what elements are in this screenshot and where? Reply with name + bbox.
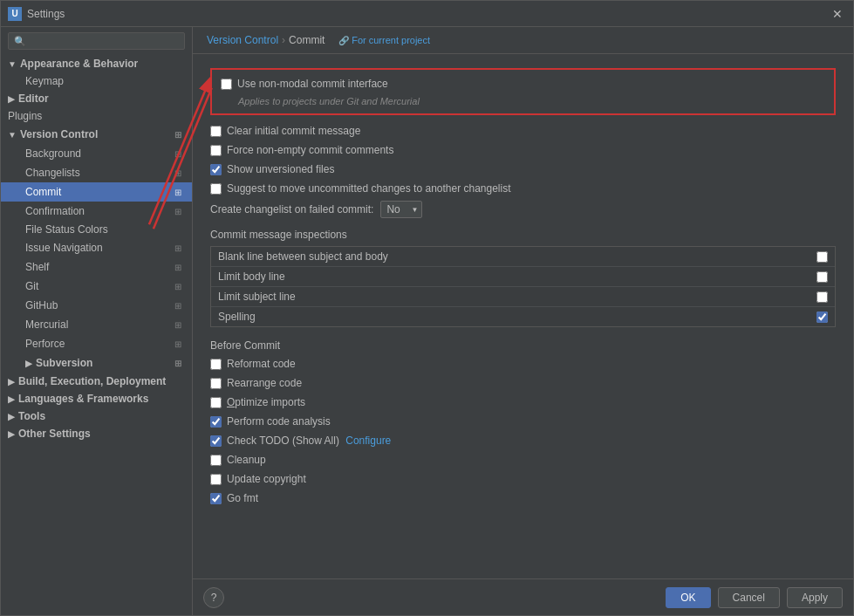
suggest-move-checkbox[interactable] xyxy=(210,183,222,195)
settings-page-icon: ⊞ xyxy=(171,279,185,293)
create-changelist-select-wrapper: No Yes xyxy=(380,201,422,218)
sidebar-label: Mercurial xyxy=(25,318,68,331)
cleanup-checkbox[interactable] xyxy=(210,455,222,466)
force-nonempty-label[interactable]: Force non-empty commit comments xyxy=(227,144,393,156)
project-link[interactable]: For current project xyxy=(338,35,430,45)
rearrange-code-checkbox[interactable] xyxy=(210,378,222,389)
reformat-code-label[interactable]: Reformat code xyxy=(227,358,296,370)
sidebar-item-commit[interactable]: Commit ⊞ xyxy=(1,182,192,202)
sidebar-item-plugins[interactable]: Plugins xyxy=(1,107,192,125)
clear-initial-checkbox[interactable] xyxy=(210,126,222,137)
apply-button[interactable]: Apply xyxy=(787,587,843,608)
perform-analysis-checkbox[interactable] xyxy=(210,416,222,428)
app-icon: U xyxy=(8,7,22,21)
suggest-move-label[interactable]: Suggest to move uncommitted changes to a… xyxy=(227,182,511,195)
sidebar-item-changelists[interactable]: Changelists ⊞ xyxy=(1,163,192,182)
sidebar-label: Perforce xyxy=(25,338,65,350)
inspections-table: Blank line between subject and body Limi… xyxy=(210,246,836,327)
reformat-code-checkbox[interactable] xyxy=(210,359,222,370)
suggest-move-row: Suggest to move uncommitted changes to a… xyxy=(210,181,836,195)
inspection-checkbox[interactable] xyxy=(816,271,828,283)
inspection-checkbox[interactable] xyxy=(816,251,828,263)
inspection-checkbox[interactable] xyxy=(816,291,828,303)
search-input[interactable] xyxy=(30,35,179,47)
help-button[interactable]: ? xyxy=(203,587,224,608)
create-changelist-row: Create changelist on failed commit: No Y… xyxy=(210,201,836,218)
create-changelist-select[interactable]: No Yes xyxy=(380,201,422,218)
clear-initial-label[interactable]: Clear initial commit message xyxy=(227,125,360,137)
force-nonempty-row: Force non-empty commit comments xyxy=(210,143,836,157)
go-fmt-checkbox[interactable] xyxy=(210,493,222,504)
nonmodal-checkbox[interactable] xyxy=(221,79,232,90)
sidebar: 🔍 ▼ Appearance & Behavior Keymap ▶ Edito… xyxy=(1,27,193,615)
update-copyright-row: Update copyright xyxy=(210,472,836,486)
create-changelist-label: Create changelist on failed commit: xyxy=(210,203,373,216)
perform-analysis-row: Perform code analysis xyxy=(210,414,836,428)
cleanup-label[interactable]: Cleanup xyxy=(227,454,266,466)
search-box[interactable]: 🔍 xyxy=(8,32,185,50)
sidebar-item-tools[interactable]: ▶ Tools xyxy=(1,407,192,425)
force-nonempty-checkbox[interactable] xyxy=(210,145,222,156)
show-unversioned-checkbox[interactable] xyxy=(210,164,222,175)
sidebar-item-other-settings[interactable]: ▶ Other Settings xyxy=(1,425,192,442)
ok-button[interactable]: OK xyxy=(666,587,710,608)
show-unversioned-label[interactable]: Show unversioned files xyxy=(227,163,334,175)
before-commit-section: Reformat code Rearrange code Optimize im… xyxy=(210,357,836,505)
sidebar-label: Editor xyxy=(18,92,49,105)
show-unversioned-row: Show unversioned files xyxy=(210,162,836,176)
expand-arrow-icon: ▶ xyxy=(25,359,32,368)
configure-link[interactable]: Configure xyxy=(345,435,391,447)
expand-arrow-icon: ▶ xyxy=(8,429,15,439)
check-todo-label[interactable]: Check TODO (Show All) Configure xyxy=(227,435,391,447)
sidebar-item-version-control[interactable]: ▼ Version Control ⊞ xyxy=(1,125,192,144)
sidebar-item-confirmation[interactable]: Confirmation ⊞ xyxy=(1,202,192,221)
inspection-row-blank-line: Blank line between subject and body xyxy=(211,247,835,267)
check-todo-checkbox[interactable] xyxy=(210,435,222,447)
sidebar-item-keymap[interactable]: Keymap xyxy=(1,72,192,90)
nonmodal-label[interactable]: Use non-modal commit interface xyxy=(237,78,388,90)
sidebar-item-git[interactable]: Git ⊞ xyxy=(1,277,192,296)
sidebar-item-file-status-colors[interactable]: File Status Colors xyxy=(1,221,192,238)
sidebar-item-shelf[interactable]: Shelf ⊞ xyxy=(1,257,192,277)
sidebar-item-issue-navigation[interactable]: Issue Navigation ⊞ xyxy=(1,238,192,257)
reformat-code-row: Reformat code xyxy=(210,357,836,371)
sidebar-label: Version Control xyxy=(20,128,98,140)
rearrange-code-row: Rearrange code xyxy=(210,376,836,390)
breadcrumb-parent[interactable]: Version Control xyxy=(207,34,278,46)
settings-page-icon: ⊞ xyxy=(171,147,185,161)
update-copyright-checkbox[interactable] xyxy=(210,474,222,485)
optimize-imports-checkbox[interactable] xyxy=(210,397,222,408)
inspection-label: Limit body line xyxy=(218,270,810,283)
sidebar-item-editor[interactable]: ▶ Editor xyxy=(1,90,192,107)
sidebar-item-background[interactable]: Background ⊞ xyxy=(1,144,192,163)
inspection-label: Spelling xyxy=(218,311,810,323)
sidebar-label: Appearance & Behavior xyxy=(20,58,138,70)
sidebar-label: Languages & Frameworks xyxy=(18,393,148,405)
sidebar-label: Other Settings xyxy=(18,428,91,440)
optimize-imports-label[interactable]: Optimize imports xyxy=(227,396,305,408)
settings-window: U Settings ✕ 🔍 ▼ Appearance & Behavior K… xyxy=(0,0,854,616)
main-panel: Version Control › Commit For current pro… xyxy=(193,27,853,615)
rearrange-code-label[interactable]: Rearrange code xyxy=(227,377,302,389)
perform-analysis-label[interactable]: Perform code analysis xyxy=(227,415,331,428)
sidebar-item-perforce[interactable]: Perforce ⊞ xyxy=(1,334,192,353)
sidebar-item-build[interactable]: ▶ Build, Execution, Deployment xyxy=(1,373,192,390)
nonmodal-checkbox-row: Use non-modal commit interface xyxy=(221,77,825,91)
breadcrumb: Version Control › Commit For current pro… xyxy=(193,27,853,54)
expand-arrow-icon: ▶ xyxy=(8,377,15,387)
window-title: Settings xyxy=(27,8,829,20)
settings-page-icon: ⊞ xyxy=(171,185,185,199)
sidebar-item-appearance[interactable]: ▼ Appearance & Behavior xyxy=(1,55,192,72)
sidebar-item-languages[interactable]: ▶ Languages & Frameworks xyxy=(1,390,192,407)
sidebar-item-mercurial[interactable]: Mercurial ⊞ xyxy=(1,315,192,334)
cancel-button[interactable]: Cancel xyxy=(718,587,780,608)
inspection-checkbox[interactable] xyxy=(816,311,828,323)
sidebar-item-github[interactable]: GitHub ⊞ xyxy=(1,296,192,315)
go-fmt-label[interactable]: Go fmt xyxy=(227,492,258,504)
cleanup-row: Cleanup xyxy=(210,453,836,467)
expand-arrow-icon: ▶ xyxy=(8,394,15,404)
sidebar-item-subversion[interactable]: ▶ Subversion ⊞ xyxy=(1,353,192,373)
close-button[interactable]: ✕ xyxy=(829,5,846,23)
check-todo-row: Check TODO (Show All) Configure xyxy=(210,434,836,448)
update-copyright-label[interactable]: Update copyright xyxy=(227,473,306,485)
